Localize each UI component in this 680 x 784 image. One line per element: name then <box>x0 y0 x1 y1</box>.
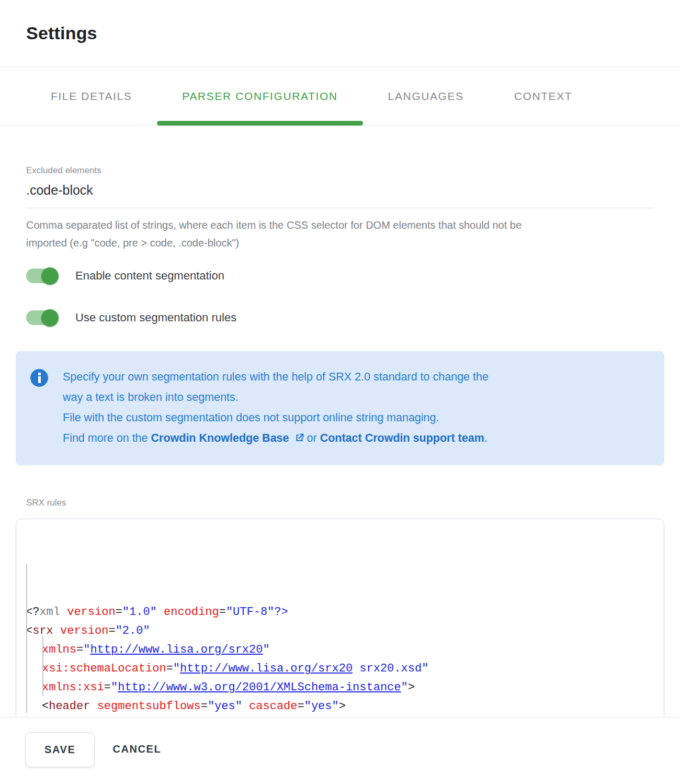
indent-guide <box>26 564 27 713</box>
cancel-button[interactable]: CANCEL <box>112 732 161 766</box>
tab-parser-configuration[interactable]: PARSER CONFIGURATION <box>157 67 362 125</box>
support-link[interactable]: Contact Crowdin support team <box>320 432 484 444</box>
parser-configuration-panel: Excluded elements .code-block Comma sepa… <box>0 126 680 717</box>
toggle-knob <box>41 309 59 327</box>
indent-guide <box>42 636 43 696</box>
dialog-header: Settings <box>0 0 680 67</box>
toggle-label: Enable content segmentation <box>75 269 224 283</box>
page-title: Settings <box>26 23 680 43</box>
excluded-elements-label: Excluded elements <box>26 165 654 176</box>
toggle-row-custom-segmentation: Use custom segmentation rules <box>26 307 654 328</box>
save-button[interactable]: SAVE <box>25 732 95 767</box>
info-text: Specify your own segmentation rules with… <box>63 367 489 449</box>
toggle-row-content-segmentation: Enable content segmentation <box>26 265 654 286</box>
content-segmentation-toggle[interactable] <box>26 265 59 286</box>
srx-rules-label: SRX rules <box>26 498 654 508</box>
code-line: xmlns="http://www.lisa.org/srx20" <box>16 641 664 659</box>
excluded-elements-help: Comma separated list of strings, where e… <box>26 216 654 252</box>
code-line: <?xml version="1.0" encoding="UTF-8"?> <box>16 603 664 622</box>
footer: SAVE CANCEL <box>0 717 680 784</box>
tab-context[interactable]: CONTEXT <box>489 67 598 125</box>
toggle-label: Use custom segmentation rules <box>75 311 236 324</box>
info-icon <box>30 369 48 387</box>
toggle-knob <box>41 267 59 285</box>
code-line: <header segmentsubflows="yes" cascade="y… <box>16 697 664 716</box>
external-link-icon[interactable] <box>294 432 305 443</box>
segmentation-info-box: Specify your own segmentation rules with… <box>16 351 664 465</box>
code-line: xmlns:xsi="http://www.w3.org/2001/XMLSch… <box>16 678 664 697</box>
excluded-elements-input[interactable]: .code-block <box>26 183 654 198</box>
tab-bar: FILE DETAILS PARSER CONFIGURATION LANGUA… <box>0 67 680 126</box>
info-find-more-line: Find more on the Crowdin Knowledge Baseo… <box>63 428 489 449</box>
input-underline <box>26 208 654 208</box>
tab-languages[interactable]: LANGUAGES <box>363 67 489 125</box>
tab-file-details[interactable]: FILE DETAILS <box>26 67 157 125</box>
knowledge-base-link[interactable]: Crowdin Knowledge Base <box>151 432 289 444</box>
code-line: xsi:schemaLocation="http://www.lisa.org/… <box>16 659 664 678</box>
code-line: <formathandle type="start" include="no"/… <box>16 716 664 717</box>
custom-segmentation-toggle[interactable] <box>26 307 59 328</box>
code-line: <srx version="2.0" <box>16 622 664 641</box>
srx-code-editor[interactable]: <?xml version="1.0" encoding="UTF-8"?><s… <box>16 519 664 717</box>
